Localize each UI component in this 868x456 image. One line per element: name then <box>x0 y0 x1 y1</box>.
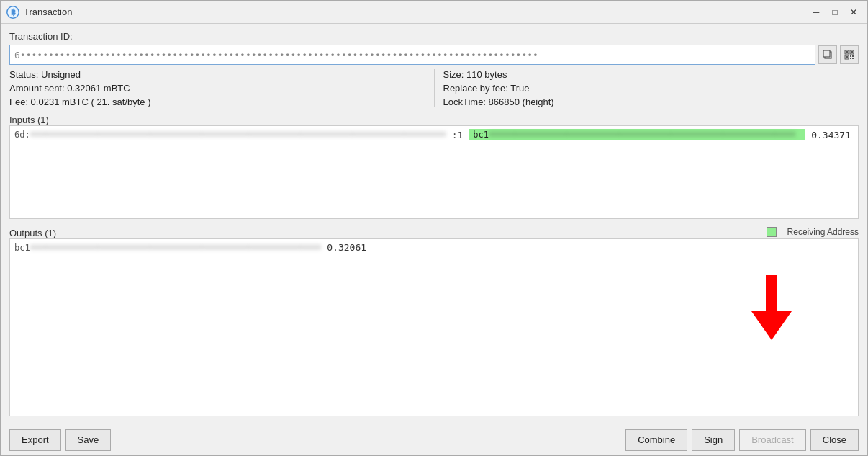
window-title: Transaction <box>24 6 72 17</box>
txid-label: Transaction ID: <box>9 31 859 42</box>
main-window: Transaction ─ □ ✕ Transaction ID: <box>0 0 868 456</box>
broadcast-button[interactable]: Broadcast <box>739 429 806 451</box>
rbf-row: Replace by fee: True <box>443 83 859 94</box>
app-icon <box>6 6 19 19</box>
footer-right: Combine Sign Broadcast Close <box>625 429 859 451</box>
info-section: Status: Unsigned Amount sent: 0.32061 mB… <box>9 69 859 107</box>
red-arrow-indicator <box>750 275 793 340</box>
footer-left: Export Save <box>9 429 111 451</box>
legend-text: = Receiving Address <box>779 227 859 237</box>
inputs-table: 6d:•••••••••••••••••••••••••••••••••••••… <box>9 125 859 219</box>
qr-button[interactable] <box>840 45 859 64</box>
locktime-row: LockTime: 866850 (height) <box>443 97 859 107</box>
input-address: bc1•••••••••••••••••••••••••••••••••••••… <box>469 129 805 140</box>
svg-rect-13 <box>852 55 854 57</box>
fee-row: Fee: 0.0231 mBTC ( 21. sat/byte ) <box>9 97 425 107</box>
outputs-header: Outputs (1) <box>9 228 56 238</box>
qr-icon <box>844 50 854 60</box>
input-vout: :1 <box>452 130 464 140</box>
input-txid-blurred: ••••••••••••••••••••••••••••••••••••••••… <box>30 130 446 140</box>
footer: Export Save Combine Sign Broadcast Close <box>1 424 867 455</box>
title-bar-left: Transaction <box>6 6 72 19</box>
title-bar: Transaction ─ □ ✕ <box>1 1 867 24</box>
svg-rect-7 <box>846 51 848 53</box>
outputs-section: Outputs (1) = Receiving Address bc1•••••… <box>9 223 859 416</box>
inputs-section: Inputs (1) 6d:••••••••••••••••••••••••••… <box>9 112 859 219</box>
svg-rect-9 <box>851 51 853 53</box>
info-left: Status: Unsigned Amount sent: 0.32061 mB… <box>9 69 435 107</box>
input-addr-blurred: ••••••••••••••••••••••••••••••••••••••••… <box>489 130 795 140</box>
receiving-legend: = Receiving Address <box>767 227 859 237</box>
close-button[interactable]: ✕ <box>846 5 862 19</box>
outputs-table: bc1•••••••••••••••••••••••••••••••••••••… <box>9 238 859 416</box>
svg-rect-5 <box>823 50 830 57</box>
inputs-header: Inputs (1) <box>9 115 859 125</box>
export-button[interactable]: Export <box>9 429 61 451</box>
close-dialog-button[interactable]: Close <box>810 429 859 451</box>
input-txid-prefix: 6d:•••••••••••••••••••••••••••••••••••••… <box>14 130 446 140</box>
copy-txid-button[interactable] <box>818 45 837 64</box>
main-content: Transaction ID: <box>1 24 867 424</box>
txid-input-row <box>9 45 859 65</box>
input-amount: 0.34371 <box>811 130 851 140</box>
info-right: Size: 110 bytes Replace by fee: True Loc… <box>435 69 859 107</box>
output-addr-blurred: ••••••••••••••••••••••••••••••••••••••••… <box>30 243 322 253</box>
svg-rect-12 <box>850 55 851 57</box>
legend-color-box <box>767 227 777 237</box>
window-controls: ─ □ ✕ <box>808 5 862 19</box>
outputs-header-row: Outputs (1) = Receiving Address <box>9 225 859 238</box>
combine-button[interactable]: Combine <box>625 429 687 451</box>
size-row: Size: 110 bytes <box>443 69 859 80</box>
status-row: Status: Unsigned <box>9 69 425 80</box>
minimize-button[interactable]: ─ <box>808 5 824 19</box>
txid-section: Transaction ID: <box>9 31 859 65</box>
txid-input[interactable] <box>9 45 815 65</box>
svg-rect-14 <box>850 58 851 59</box>
sign-button[interactable]: Sign <box>692 429 735 451</box>
output-addr: bc1•••••••••••••••••••••••••••••••••••••… <box>14 243 321 253</box>
svg-rect-11 <box>846 56 848 58</box>
table-row: 6d:•••••••••••••••••••••••••••••••••••••… <box>10 126 858 143</box>
copy-icon <box>823 50 833 60</box>
save-button[interactable]: Save <box>65 429 112 451</box>
svg-rect-15 <box>852 58 854 59</box>
table-row: bc1•••••••••••••••••••••••••••••••••••••… <box>10 239 858 256</box>
output-amount: 0.32061 <box>327 242 366 253</box>
amount-row: Amount sent: 0.32061 mBTC <box>9 83 425 94</box>
maximize-button[interactable]: □ <box>827 5 843 19</box>
